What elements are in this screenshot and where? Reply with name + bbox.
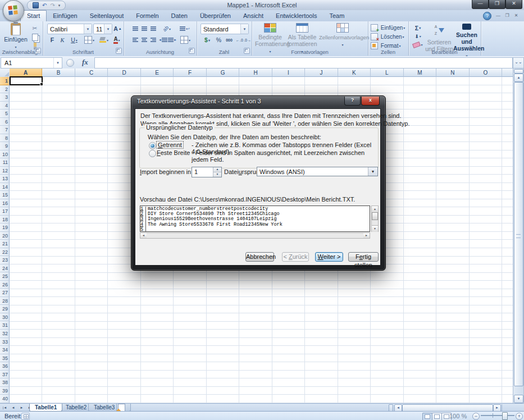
preview-horizontal-scrollbar[interactable]: ◄ ► <box>140 232 370 239</box>
row-header-9[interactable]: 9 <box>0 142 10 150</box>
help-icon[interactable]: ? <box>483 12 491 20</box>
font-size-combo[interactable]: 11▼ <box>93 24 112 34</box>
row-header-31[interactable]: 31 <box>0 321 10 330</box>
insert-worksheet-tab[interactable] <box>116 404 131 412</box>
row-header-15[interactable]: 15 <box>0 191 10 199</box>
sheet-tab-tabelle3[interactable]: Tabelle3 <box>88 404 120 412</box>
tab-ueberpruefen[interactable]: Überprüfen <box>194 10 237 21</box>
dialog-help-icon[interactable]: ? <box>344 97 361 106</box>
font-name-combo[interactable]: Calibri▼ <box>47 24 92 34</box>
row-header-5[interactable]: 5 <box>0 109 10 118</box>
chevron-down-icon[interactable]: ▼ <box>368 167 377 176</box>
preview-scrollbar-thumb[interactable] <box>372 212 378 220</box>
orientation-button[interactable]: ab▾ <box>160 24 174 34</box>
sheet-tab-tabelle2[interactable]: Tabelle2 <box>60 404 92 412</box>
scroll-down-icon[interactable]: ▼ <box>514 395 523 403</box>
tab-daten[interactable]: Daten <box>165 10 194 21</box>
row-header-19[interactable]: 19 <box>0 223 10 232</box>
font-color-button[interactable]: A▾ <box>110 35 124 45</box>
row-header-17[interactable]: 17 <box>0 207 10 216</box>
align-left-button[interactable] <box>130 35 140 45</box>
align-top-button[interactable] <box>130 24 140 34</box>
row-header-1[interactable]: 1 <box>0 77 10 85</box>
column-header-C[interactable]: C <box>75 69 108 77</box>
row-header-26[interactable]: 26 <box>0 281 10 289</box>
underline-button[interactable]: U▾ <box>67 35 81 45</box>
zoom-level-label[interactable]: 100 % <box>449 412 467 420</box>
row-header-36[interactable]: 36 <box>0 362 10 371</box>
column-header-K[interactable]: K <box>338 69 371 77</box>
row-header-40[interactable]: 40 <box>0 395 10 403</box>
fixed-width-radio[interactable] <box>149 150 156 157</box>
column-header-M[interactable]: M <box>404 69 436 77</box>
chevron-down-icon[interactable]: ▼ <box>84 24 92 34</box>
row-header-29[interactable]: 29 <box>0 305 10 313</box>
vertical-scrollbar[interactable]: ▲ ▼ <box>513 69 523 403</box>
row-header-16[interactable]: 16 <box>0 199 10 208</box>
bold-button[interactable]: F <box>47 35 57 45</box>
start-row-spinner[interactable]: 1 ▲ ▼ <box>192 167 222 177</box>
row-header-8[interactable]: 8 <box>0 134 10 143</box>
qat-customize-icon[interactable]: ▾ <box>58 3 61 8</box>
row-header-25[interactable]: 25 <box>0 272 10 281</box>
number-format-combo[interactable]: Standard▼ <box>201 24 249 34</box>
zoom-slider-track[interactable] <box>481 415 514 416</box>
row-header-13[interactable]: 13 <box>0 175 10 183</box>
font-dialog-launcher-icon[interactable] <box>116 48 122 54</box>
row-header-4[interactable]: 4 <box>0 102 10 110</box>
borders-button[interactable]: ▾ <box>82 35 97 45</box>
row-header-39[interactable]: 39 <box>0 387 10 395</box>
row-header-27[interactable]: 27 <box>0 289 10 297</box>
row-header-24[interactable]: 24 <box>0 264 10 273</box>
zoom-slider-thumb[interactable] <box>502 412 508 420</box>
formula-bar-expand-icon[interactable]: ⌄⌄ <box>513 57 524 69</box>
tab-start[interactable]: Start <box>20 10 47 22</box>
row-header-6[interactable]: 6 <box>0 118 10 126</box>
delete-cells-button[interactable]: Löschen▾ <box>370 32 407 41</box>
clear-button[interactable]: ▾ <box>411 40 425 49</box>
tab-ansicht[interactable]: Ansicht <box>237 10 270 21</box>
selected-cell-A1[interactable] <box>10 76 43 85</box>
tab-team[interactable]: Team <box>323 10 350 21</box>
office-button[interactable] <box>3 0 24 21</box>
autosum-button[interactable]: Σ▾ <box>411 24 425 32</box>
fx-icon[interactable]: fx <box>82 58 88 67</box>
scroll-left-icon[interactable]: ◄ <box>140 233 147 238</box>
back-button[interactable]: < Zurück <box>282 252 309 262</box>
window-close-button[interactable]: ✕ <box>505 0 522 9</box>
page-layout-view-button[interactable] <box>432 413 442 420</box>
percent-format-button[interactable]: % <box>214 35 224 45</box>
chevron-down-icon[interactable]: ▼ <box>104 24 112 34</box>
window-maximize-button[interactable]: ❐ <box>489 0 505 9</box>
chevron-down-icon[interactable]: ▼ <box>240 24 248 34</box>
paste-button[interactable]: Einfügen▾ <box>3 22 28 51</box>
column-header-E[interactable]: E <box>141 69 174 77</box>
copy-button[interactable] <box>29 33 40 42</box>
tab-einfuegen[interactable]: Einfügen <box>47 10 83 21</box>
spinner-up-icon[interactable]: ▲ <box>213 167 221 172</box>
row-header-34[interactable]: 34 <box>0 346 10 354</box>
file-preview-box[interactable]: 1matchcodecustomer_numberstreetpostcodec… <box>140 206 370 232</box>
row-header-20[interactable]: 20 <box>0 232 10 240</box>
decrease-indent-button[interactable]: ◂ <box>158 35 168 45</box>
file-origin-combo[interactable]: Windows (ANSI) ▼ <box>257 167 378 176</box>
column-header-N[interactable]: N <box>436 69 469 77</box>
sheet-tab-tabelle1[interactable]: Tabelle1 <box>29 404 62 412</box>
column-header-D[interactable]: D <box>108 69 140 77</box>
row-header-3[interactable]: 3 <box>0 93 10 102</box>
increase-indent-button[interactable]: ▸ <box>167 35 177 45</box>
tab-formeln[interactable]: Formeln <box>130 10 165 21</box>
delimited-radio[interactable] <box>149 142 156 149</box>
zoom-out-icon[interactable]: − <box>472 413 480 420</box>
scroll-right-icon[interactable]: ► <box>363 233 370 238</box>
redo-icon[interactable]: ↷ <box>50 3 54 8</box>
grow-font-button[interactable]: A▲ <box>112 24 123 34</box>
clipboard-dialog-launcher-icon[interactable] <box>35 48 41 54</box>
preview-vertical-scrollbar[interactable]: ▲ ▼ <box>371 206 379 232</box>
italic-button[interactable]: K <box>57 35 67 45</box>
macro-record-icon[interactable] <box>21 413 30 420</box>
column-header-F[interactable]: F <box>174 69 206 77</box>
row-header-11[interactable]: 11 <box>0 158 10 167</box>
row-header-22[interactable]: 22 <box>0 248 10 257</box>
cancel-button[interactable]: Abbrechen <box>245 252 274 262</box>
